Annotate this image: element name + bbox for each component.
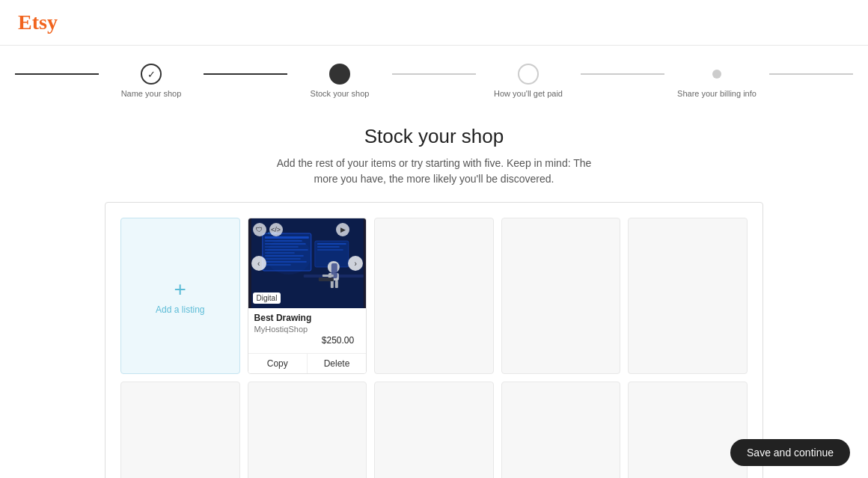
product-price-row: $250.00 [248, 334, 367, 350]
step-label-how-youll-get-paid: How you'll get paid [494, 89, 563, 98]
delete-button[interactable]: Delete [308, 354, 366, 373]
digital-badge: Digital [253, 292, 281, 304]
step-label-billing: Share your billing info [677, 89, 757, 98]
step-circle-stock-your-shop [329, 64, 350, 85]
add-plus-icon: + [174, 278, 186, 301]
product-price: $250.00 [316, 334, 360, 347]
empty-card-3 [628, 218, 748, 374]
step-label-stock-your-shop: Stock your shop [311, 89, 370, 98]
header: Etsy [0, 0, 868, 46]
product-shop: MyHostiqShop [254, 325, 361, 334]
empty-card-2 [501, 218, 621, 374]
step-circle-name-your-shop: ✓ [141, 64, 162, 85]
step-name-your-shop: ✓ Name your shop [99, 64, 204, 98]
stepper: ✓ Shop preferences ✓ Name your shop Stoc… [0, 64, 868, 98]
product-name: Best Drawing [254, 313, 361, 323]
step-shop-preferences: ✓ Shop preferences [0, 64, 15, 98]
product-icon-buttons: 🛡 </> [253, 223, 283, 236]
footer: Save and continue [0, 427, 868, 478]
etsy-logo: Etsy [18, 10, 58, 34]
image-prev-arrow[interactable]: ‹ [251, 256, 266, 271]
stepper-container: ✓ Shop preferences ✓ Name your shop Stoc… [0, 46, 868, 110]
main-content: Stock your shop Add the rest of your ite… [0, 110, 868, 478]
product-actions: Copy Delete [248, 353, 367, 373]
product-info: Best Drawing MyHostiqShop [248, 308, 367, 334]
empty-card-1 [374, 218, 494, 374]
connector-5 [769, 73, 853, 75]
step-label-name-your-shop: Name your shop [121, 89, 182, 98]
step-stock-your-shop: Stock your shop [287, 64, 392, 98]
add-listing-label: Add a listing [156, 304, 204, 315]
step-how-youll-get-paid: How you'll get paid [476, 64, 581, 98]
save-continue-button[interactable]: Save and continue [730, 439, 850, 466]
step-circle-billing [712, 70, 721, 79]
code-icon: </> [269, 223, 283, 236]
product-image-wrapper: < /> [248, 218, 367, 308]
step-circle-how-youll-get-paid [518, 64, 539, 85]
page-title: Stock your shop [364, 125, 504, 148]
page-subtitle: Add the rest of your items or try starti… [269, 156, 599, 187]
step-security: Your shop security [853, 64, 868, 98]
connector-2 [204, 73, 287, 75]
connector-4 [581, 73, 664, 75]
product-card: < /> [248, 218, 367, 374]
add-listing-card[interactable]: + Add a listing [120, 218, 240, 374]
shield-icon: 🛡 [253, 223, 266, 236]
image-next-arrow[interactable]: › [348, 256, 363, 271]
connector-3 [392, 73, 476, 75]
connector-1 [15, 73, 99, 75]
step-billing: Share your billing info [664, 64, 769, 98]
copy-button[interactable]: Copy [248, 354, 308, 373]
